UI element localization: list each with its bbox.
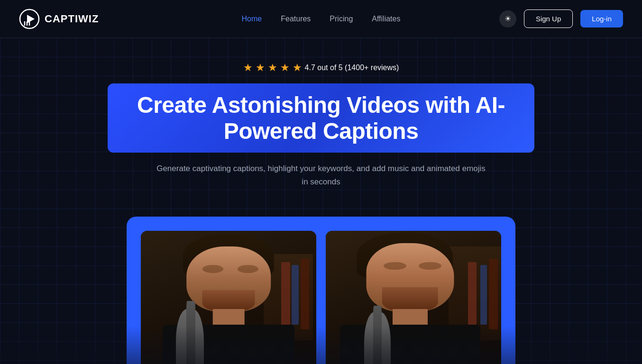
login-button[interactable]: Log-in — [580, 10, 623, 27]
video-card-left[interactable] — [141, 231, 316, 364]
hero-title: Create Astonishing Videos with AI-Powere… — [123, 92, 519, 144]
star-3: ★ — [268, 62, 277, 74]
nav-affiliates[interactable]: Affiliates — [372, 15, 400, 23]
brand-name: CAPTIWIZ — [45, 13, 99, 25]
video-showcase — [0, 217, 642, 364]
star-4: ★ — [280, 62, 290, 74]
sun-icon: ☀ — [504, 14, 511, 23]
rating-row: ★ ★ ★ ★ ★ 4.7 out of 5 (1400+ reviews) — [243, 62, 399, 74]
video-container — [127, 217, 515, 364]
hero-section: ★ ★ ★ ★ ★ 4.7 out of 5 (1400+ reviews) C… — [0, 38, 642, 212]
logo[interactable]: CAPTIWIZ — [19, 9, 99, 29]
star-5: ★ — [293, 62, 302, 74]
nav-right: ☀ Sign Up Log-in — [499, 9, 623, 28]
navbar: CAPTIWIZ Home Features Pricing Affiliate… — [0, 0, 642, 38]
svg-marker-1 — [27, 15, 35, 23]
rating-text: 4.7 out of 5 (1400+ reviews) — [305, 64, 399, 72]
star-1: ★ — [243, 62, 253, 74]
hero-title-wrapper: Create Astonishing Videos with AI-Powere… — [108, 83, 534, 153]
nav-pricing[interactable]: Pricing — [330, 15, 353, 23]
video-frame-left — [141, 231, 316, 364]
signup-button[interactable]: Sign Up — [524, 9, 573, 28]
nav-links: Home Features Pricing Affiliates — [242, 15, 401, 23]
nav-features[interactable]: Features — [281, 15, 311, 23]
nav-home[interactable]: Home — [242, 15, 262, 23]
theme-toggle-button[interactable]: ☀ — [499, 10, 516, 27]
video-frame-right — [326, 231, 501, 364]
video-card-right[interactable] — [326, 231, 501, 364]
star-2: ★ — [256, 62, 265, 74]
hero-subtitle: Generate captivating captions, highlight… — [155, 162, 487, 188]
logo-icon — [19, 9, 40, 29]
